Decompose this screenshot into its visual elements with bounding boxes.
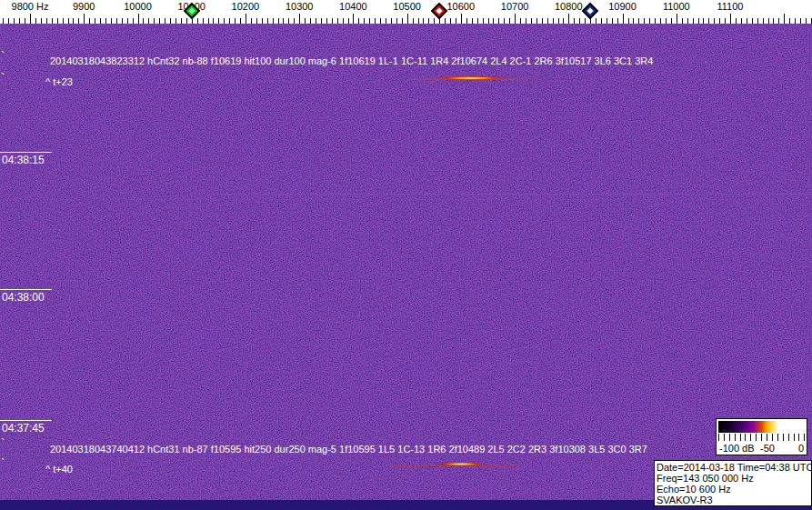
- scale-tick: [703, 18, 704, 24]
- scale-tick: [105, 18, 106, 24]
- scale-tick: [57, 18, 58, 24]
- scale-tick: [262, 18, 263, 24]
- scale-tick: [240, 18, 241, 24]
- scale-tick: [795, 18, 796, 24]
- scale-tick: [294, 18, 295, 24]
- scale-tick: [649, 18, 650, 24]
- scale-tick: [413, 18, 414, 24]
- scale-tick: [310, 18, 311, 24]
- scale-tick: [143, 18, 144, 24]
- scale-tick-label: 10500: [393, 1, 421, 12]
- scale-tick: [515, 14, 516, 24]
- scale-tick: [213, 18, 214, 24]
- scale-tick: [526, 18, 526, 24]
- scale-tick: [778, 18, 779, 24]
- scale-tick: [224, 18, 225, 24]
- red-diamond-marker-icon[interactable]: [431, 3, 447, 19]
- scale-tick: [768, 18, 769, 24]
- scale-tick: [450, 18, 451, 24]
- meteor-echo-streak: [433, 462, 489, 466]
- scale-tick: [391, 18, 392, 24]
- scale-tick: [568, 14, 569, 24]
- scale-tick: [789, 18, 790, 24]
- scale-tick: [154, 18, 155, 24]
- event-time-mark: ^ t+40: [45, 464, 73, 475]
- scale-tick: [736, 18, 737, 24]
- event-time-mark: ^ t+23: [45, 76, 73, 87]
- scale-tick: [218, 18, 219, 24]
- scale-tick: [520, 18, 521, 24]
- spectrogram-window: 9800 Hz990010000101001020010300104001050…: [0, 0, 812, 510]
- scale-tick: [773, 18, 774, 24]
- scale-tick-label: 10600: [447, 1, 476, 12]
- scale-tick: [181, 18, 182, 24]
- scale-tick: [369, 18, 370, 24]
- scale-tick: [687, 18, 688, 24]
- scale-tick: [542, 18, 543, 24]
- blue-diamond-marker-icon[interactable]: [582, 3, 598, 19]
- db-legend-ticks: [718, 434, 805, 441]
- scale-tick: [402, 18, 403, 24]
- scale-tick: [596, 18, 596, 24]
- scale-tick: [111, 18, 112, 24]
- scale-tick: [321, 18, 322, 24]
- scale-tick: [456, 18, 456, 24]
- scale-tick: [78, 18, 79, 24]
- scale-tick: [763, 18, 764, 24]
- noise-texture: [0, 24, 812, 510]
- scale-tick: [229, 18, 230, 24]
- frequency-scale[interactable]: 9800 Hz990010000101001020010300104001050…: [0, 0, 812, 24]
- scale-tick: [95, 18, 95, 24]
- scale-tick: [197, 18, 198, 24]
- scale-tick: [127, 18, 128, 24]
- scale-tick: [203, 18, 204, 24]
- event-annotation: 20140318043740412 hCnt31 nb-87 f10595 hi…: [50, 444, 647, 455]
- db-color-legend: -100 dB -50 0: [716, 418, 807, 455]
- scale-tick: [165, 18, 165, 24]
- scale-tick: [348, 18, 349, 24]
- marker-center-dot: [188, 7, 195, 14]
- scale-tick: [628, 18, 629, 24]
- scale-tick: [752, 18, 753, 24]
- scale-tick: [547, 18, 548, 24]
- waterfall-display[interactable]: ` ` ` ` 04:38:15 04:38:00 04:37:45 20140…: [0, 24, 812, 510]
- scale-tick: [63, 18, 64, 24]
- scale-tick-label: 10700: [501, 1, 529, 12]
- scale-tick: [332, 18, 333, 24]
- station-info-box: Date=2014-03-18 Time=04:38 UTC Freq=143 …: [654, 460, 812, 506]
- scale-tick: [358, 18, 359, 24]
- scale-tick: [483, 18, 484, 24]
- info-echo-freq: Echo=10 600 Hz: [657, 484, 811, 495]
- scale-tick: [585, 18, 586, 24]
- scale-tick-label: 10000: [124, 1, 152, 12]
- event-edge-mark: `: [1, 53, 5, 60]
- scale-tick: [299, 14, 300, 24]
- scale-tick: [536, 18, 537, 24]
- scale-tick: [138, 14, 139, 24]
- scale-tick: [800, 18, 801, 24]
- scale-tick: [170, 18, 171, 24]
- scale-tick: [472, 18, 473, 24]
- scale-tick: [418, 18, 419, 24]
- scale-tick: [725, 18, 726, 24]
- scale-tick: [246, 14, 246, 24]
- scale-tick: [375, 18, 376, 24]
- scale-tick: [708, 18, 709, 24]
- scale-tick: [574, 18, 575, 24]
- scale-tick: [84, 14, 85, 24]
- scale-tick: [428, 18, 429, 24]
- time-label: 04:38:15: [0, 152, 52, 166]
- scale-tick: [305, 18, 306, 24]
- scale-tick: [531, 18, 532, 24]
- scale-tick: [671, 18, 672, 24]
- scale-tick-label: 10800: [555, 1, 583, 12]
- scale-tick-label: 9900: [73, 1, 95, 12]
- scale-tick: [52, 18, 53, 24]
- scale-tick: [267, 18, 268, 24]
- scale-tick: [41, 18, 42, 24]
- scale-tick: [434, 18, 435, 24]
- scale-tick: [68, 18, 69, 24]
- scale-tick: [466, 18, 467, 24]
- scale-tick: [666, 18, 667, 24]
- scale-tick: [25, 18, 25, 24]
